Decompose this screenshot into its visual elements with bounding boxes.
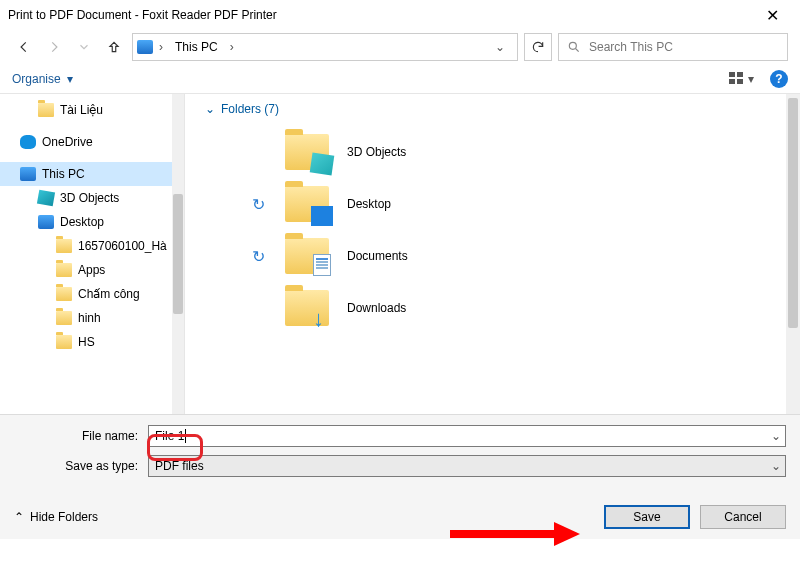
view-options-button[interactable]: ▾	[729, 72, 754, 86]
search-icon	[567, 40, 581, 54]
tree-item[interactable]: Apps	[0, 258, 184, 282]
folder-row[interactable]: Downloads	[201, 282, 784, 334]
doc-badge-icon	[313, 254, 331, 276]
folders-section-header[interactable]: ⌄ Folders (7)	[205, 102, 784, 116]
tree-item[interactable]: 3D Objects	[0, 186, 184, 210]
folder-icon	[285, 290, 329, 326]
folder-icon	[56, 263, 72, 277]
sync-icon: ↻	[249, 247, 267, 266]
pc-icon	[20, 167, 36, 181]
tree-item-label: Desktop	[60, 215, 104, 229]
3d-badge-icon	[310, 153, 335, 176]
folder-name: Desktop	[347, 197, 391, 211]
folder-row[interactable]: ↻Documents	[201, 230, 784, 282]
filename-input[interactable]: File 1 ⌄	[148, 425, 786, 447]
folder-icon	[56, 335, 72, 349]
tree-item-label: Chấm công	[78, 287, 140, 301]
hide-folders-button[interactable]: ⌃ Hide Folders	[14, 510, 98, 524]
folder-icon	[285, 134, 329, 170]
text-cursor	[185, 429, 186, 443]
chevron-down-icon: ▾	[67, 72, 73, 86]
window-title: Print to PDF Document - Foxit Reader PDF…	[8, 8, 752, 22]
chevron-right-icon: ›	[159, 40, 163, 54]
chevron-right-icon[interactable]: ›	[230, 40, 234, 54]
cancel-button[interactable]: Cancel	[700, 505, 786, 529]
folder-row[interactable]: ↻Desktop	[201, 178, 784, 230]
svg-rect-3	[729, 79, 735, 84]
tree-item[interactable]: HS	[0, 330, 184, 354]
tree-item-label: OneDrive	[42, 135, 93, 149]
tree-item-label: hinh	[78, 311, 101, 325]
down-badge-icon	[311, 310, 333, 330]
chevron-down-icon[interactable]: ⌄	[771, 429, 781, 443]
back-button[interactable]	[12, 35, 36, 59]
search-placeholder: Search This PC	[589, 40, 673, 54]
svg-rect-4	[737, 79, 743, 84]
pc-icon	[38, 215, 54, 229]
folder-icon	[285, 186, 329, 222]
tree-item[interactable]: Desktop	[0, 210, 184, 234]
onedrive-icon	[20, 135, 36, 149]
sync-icon: ↻	[249, 195, 267, 214]
files-scrollbar-thumb[interactable]	[788, 98, 798, 328]
tree-item-label: This PC	[42, 167, 85, 181]
address-dropdown-icon[interactable]: ⌄	[487, 40, 513, 54]
filename-label: File name:	[14, 429, 144, 443]
chevron-down-icon: ▾	[748, 72, 754, 86]
tree-scrollbar[interactable]	[172, 94, 184, 414]
svg-rect-1	[729, 72, 735, 77]
search-input[interactable]: Search This PC	[558, 33, 788, 61]
breadcrumb-this-pc[interactable]: This PC	[169, 40, 224, 54]
close-button[interactable]: ✕	[752, 0, 792, 30]
tree-item-label: Apps	[78, 263, 105, 277]
tree-item-label: 3D Objects	[60, 191, 119, 205]
up-button[interactable]	[102, 35, 126, 59]
tree-item[interactable]: Tài Liệu	[0, 98, 184, 122]
tree-item[interactable]: hinh	[0, 306, 184, 330]
navigation-tree[interactable]: Tài LiệuOneDriveThis PC3D ObjectsDesktop…	[0, 94, 185, 414]
address-bar[interactable]: › This PC › ⌄	[132, 33, 518, 61]
save-button[interactable]: Save	[604, 505, 690, 529]
folder-icon	[56, 311, 72, 325]
forward-button	[42, 35, 66, 59]
tree-item-label: HS	[78, 335, 95, 349]
folder-icon	[285, 238, 329, 274]
chevron-down-icon[interactable]: ⌄	[771, 459, 781, 473]
chevron-down-icon: ⌄	[205, 102, 215, 116]
tree-item[interactable]: 1657060100_Hà	[0, 234, 184, 258]
recent-dropdown-icon[interactable]	[72, 35, 96, 59]
refresh-button[interactable]	[524, 33, 552, 61]
folder-icon	[56, 287, 72, 301]
svg-point-0	[569, 42, 576, 49]
files-scrollbar[interactable]	[786, 94, 800, 414]
tree-scrollbar-thumb[interactable]	[173, 194, 183, 314]
saveastype-select[interactable]: PDF files ⌄	[148, 455, 786, 477]
tree-item[interactable]: OneDrive	[0, 130, 184, 154]
obj3d-icon	[37, 190, 55, 207]
folder-icon	[56, 239, 72, 253]
folder-icon	[38, 103, 54, 117]
files-panel[interactable]: ⌄ Folders (7) 3D Objects↻Desktop↻Documen…	[185, 94, 800, 414]
folder-name: Documents	[347, 249, 408, 263]
folder-name: 3D Objects	[347, 145, 406, 159]
tree-item[interactable]: Chấm công	[0, 282, 184, 306]
saveastype-label: Save as type:	[14, 459, 144, 473]
folder-name: Downloads	[347, 301, 406, 315]
desk-badge-icon	[311, 206, 333, 226]
pc-icon	[137, 40, 153, 54]
folders-section-label: Folders (7)	[221, 102, 279, 116]
chevron-up-icon: ⌃	[14, 510, 24, 524]
organise-menu[interactable]: Organise ▾	[12, 72, 73, 86]
tree-item-label: 1657060100_Hà	[78, 239, 167, 253]
folder-row[interactable]: 3D Objects	[201, 126, 784, 178]
tree-item-label: Tài Liệu	[60, 103, 103, 117]
help-button[interactable]: ?	[770, 70, 788, 88]
tree-item[interactable]: This PC	[0, 162, 184, 186]
svg-rect-2	[737, 72, 743, 77]
